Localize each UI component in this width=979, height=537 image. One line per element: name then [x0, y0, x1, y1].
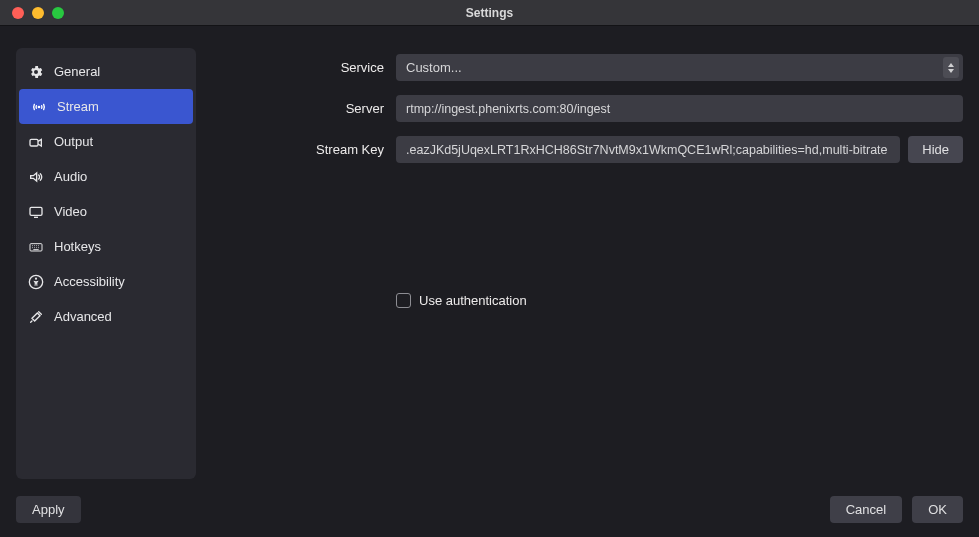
cancel-button[interactable]: Cancel: [830, 496, 902, 523]
sidebar-item-label: Output: [54, 134, 93, 149]
sidebar-item-stream[interactable]: Stream: [19, 89, 193, 124]
stream-key-input[interactable]: [396, 136, 900, 163]
broadcast-icon: [31, 99, 47, 115]
sidebar-item-output[interactable]: Output: [16, 124, 196, 159]
select-stepper-icon[interactable]: [943, 57, 959, 78]
dialog-footer: Apply Cancel OK: [16, 496, 963, 523]
sidebar-item-video[interactable]: Video: [16, 194, 196, 229]
use-authentication-checkbox[interactable]: [396, 293, 411, 308]
sidebar-item-label: Audio: [54, 169, 87, 184]
svg-point-5: [35, 277, 37, 279]
service-label: Service: [210, 60, 396, 75]
sidebar-item-label: Video: [54, 204, 87, 219]
ok-button[interactable]: OK: [912, 496, 963, 523]
sidebar-item-label: Accessibility: [54, 274, 125, 289]
accessibility-icon: [28, 274, 44, 290]
service-selected-value: Custom...: [406, 60, 462, 75]
svg-rect-1: [30, 139, 38, 146]
window-title: Settings: [0, 6, 979, 20]
sidebar-item-audio[interactable]: Audio: [16, 159, 196, 194]
keyboard-icon: [28, 239, 44, 255]
use-authentication-label: Use authentication: [419, 293, 527, 308]
sidebar-item-advanced[interactable]: Advanced: [16, 299, 196, 334]
sidebar-item-general[interactable]: General: [16, 54, 196, 89]
sidebar-item-label: Stream: [57, 99, 99, 114]
sidebar-item-hotkeys[interactable]: Hotkeys: [16, 229, 196, 264]
monitor-icon: [28, 204, 44, 220]
service-select[interactable]: Custom...: [396, 54, 963, 81]
sidebar: General Stream Output Audio Video: [16, 48, 196, 479]
server-label: Server: [210, 101, 396, 116]
sidebar-item-label: Advanced: [54, 309, 112, 324]
camera-icon: [28, 134, 44, 150]
sidebar-item-accessibility[interactable]: Accessibility: [16, 264, 196, 299]
sidebar-item-label: Hotkeys: [54, 239, 101, 254]
settings-panel-stream: Service Custom... Server Stream Key: [210, 48, 963, 479]
audio-icon: [28, 169, 44, 185]
window-controls: [0, 7, 64, 19]
svg-rect-2: [30, 207, 42, 215]
server-input[interactable]: [396, 95, 963, 122]
titlebar: Settings: [0, 0, 979, 26]
maximize-icon[interactable]: [52, 7, 64, 19]
close-icon[interactable]: [12, 7, 24, 19]
apply-button[interactable]: Apply: [16, 496, 81, 523]
sidebar-item-label: General: [54, 64, 100, 79]
hide-button[interactable]: Hide: [908, 136, 963, 163]
minimize-icon[interactable]: [32, 7, 44, 19]
stream-key-label: Stream Key: [210, 142, 396, 157]
tools-icon: [28, 309, 44, 325]
svg-point-0: [38, 106, 39, 107]
gear-icon: [28, 64, 44, 80]
